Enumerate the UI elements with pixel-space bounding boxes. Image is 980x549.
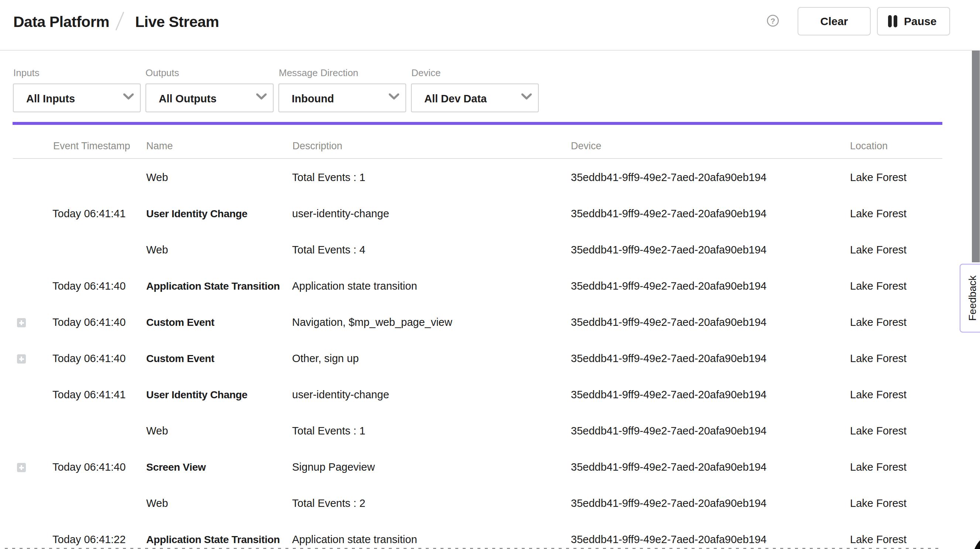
svg-text:?: ?	[771, 17, 775, 25]
